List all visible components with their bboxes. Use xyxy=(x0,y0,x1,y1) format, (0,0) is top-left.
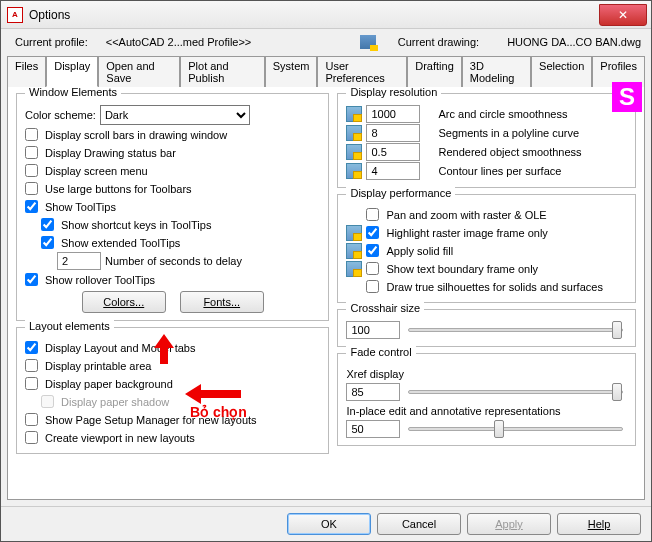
inplace-edit-slider[interactable] xyxy=(408,427,623,431)
checkbox-create-viewport[interactable] xyxy=(25,431,38,444)
tab-open-save[interactable]: Open and Save xyxy=(98,56,180,87)
window-title: Options xyxy=(29,8,70,22)
inplace-edit-input[interactable] xyxy=(346,420,400,438)
polyline-segments-input[interactable] xyxy=(366,124,420,142)
color-scheme-label: Color scheme: xyxy=(25,109,96,121)
label-rollover-tooltips: Show rollover ToolTips xyxy=(45,274,155,286)
tab-drafting[interactable]: Drafting xyxy=(407,56,462,87)
label-scrollbars: Display scroll bars in drawing window xyxy=(45,129,227,141)
arc-smoothness-input[interactable] xyxy=(366,105,420,123)
color-scheme-select[interactable]: Dark xyxy=(100,105,250,125)
checkbox-highlight-raster[interactable] xyxy=(366,226,379,239)
app-icon: A xyxy=(7,7,23,23)
label-extended-tooltips: Show extended ToolTips xyxy=(61,237,180,249)
layout-elements-legend: Layout elements xyxy=(25,320,114,332)
drawing-icon xyxy=(360,35,376,49)
contour-lines-input[interactable] xyxy=(366,162,420,180)
checkbox-page-setup-manager[interactable] xyxy=(25,413,38,426)
xref-display-input[interactable] xyxy=(346,383,400,401)
checkbox-paper-background[interactable] xyxy=(25,377,38,390)
label-arc-smoothness: Arc and circle smoothness xyxy=(438,108,567,120)
close-button[interactable]: ✕ xyxy=(599,4,647,26)
label-solid-fill: Apply solid fill xyxy=(386,245,453,257)
label-paper-shadow: Display paper shadow xyxy=(61,396,169,408)
crosshair-size-input[interactable] xyxy=(346,321,400,339)
crosshair-size-legend: Crosshair size xyxy=(346,302,424,314)
checkbox-largebuttons[interactable] xyxy=(25,182,38,195)
display-resolution-legend: Display resolution xyxy=(346,86,441,98)
current-profile-label: Current profile: xyxy=(15,36,88,48)
checkbox-solid-fill[interactable] xyxy=(366,244,379,257)
tab-selection[interactable]: Selection xyxy=(531,56,592,87)
fade-control-legend: Fade control xyxy=(346,346,415,358)
dwg-icon xyxy=(346,243,362,259)
dwg-icon xyxy=(346,225,362,241)
tab-system[interactable]: System xyxy=(265,56,318,87)
label-create-viewport: Create viewport in new layouts xyxy=(45,432,195,444)
checkbox-true-silhouettes[interactable] xyxy=(366,280,379,293)
xref-display-slider[interactable] xyxy=(408,390,623,394)
checkbox-paper-shadow xyxy=(41,395,54,408)
seconds-delay-input[interactable] xyxy=(57,252,101,270)
label-largebuttons: Use large buttons for Toolbars xyxy=(45,183,192,195)
checkbox-extended-tooltips[interactable] xyxy=(41,236,54,249)
window-elements-legend: Window Elements xyxy=(25,86,121,98)
checkbox-scrollbars[interactable] xyxy=(25,128,38,141)
current-drawing-label: Current drawing: xyxy=(398,36,479,48)
label-polyline-segments: Segments in a polyline curve xyxy=(438,127,579,139)
label-xref-display: Xref display xyxy=(346,368,403,380)
label-seconds-delay: Number of seconds to delay xyxy=(105,255,242,267)
rendered-smoothness-input[interactable] xyxy=(366,143,420,161)
label-printable-area: Display printable area xyxy=(45,360,151,372)
tab-user-pref[interactable]: User Preferences xyxy=(317,56,407,87)
ok-button[interactable]: OK xyxy=(287,513,371,535)
label-true-silhouettes: Draw true silhouettes for solids and sur… xyxy=(386,281,602,293)
label-contour-lines: Contour lines per surface xyxy=(438,165,561,177)
label-tooltips: Show ToolTips xyxy=(45,201,116,213)
fonts-button[interactable]: Fonts... xyxy=(180,291,264,313)
crosshair-size-slider[interactable] xyxy=(408,328,623,332)
apply-button[interactable]: Apply xyxy=(467,513,551,535)
colors-button[interactable]: Colors... xyxy=(82,291,166,313)
label-text-boundary: Show text boundary frame only xyxy=(386,263,538,275)
current-drawing-value: HUONG DA...CO BAN.dwg xyxy=(507,36,641,48)
label-rendered-smoothness: Rendered object smoothness xyxy=(438,146,581,158)
tab-3d-modeling[interactable]: 3D Modeling xyxy=(462,56,531,87)
display-performance-legend: Display performance xyxy=(346,187,455,199)
label-layout-model-tabs: Display Layout and Model tabs xyxy=(45,342,195,354)
tab-files[interactable]: Files xyxy=(7,56,46,87)
checkbox-shortcut-keys[interactable] xyxy=(41,218,54,231)
checkbox-tooltips[interactable] xyxy=(25,200,38,213)
current-profile-value: <<AutoCAD 2...med Profile>> xyxy=(106,36,252,48)
checkbox-layout-model-tabs[interactable] xyxy=(25,341,38,354)
label-inplace-edit: In-place edit and annotative representat… xyxy=(346,405,560,417)
label-screenmenu: Display screen menu xyxy=(45,165,148,177)
dwg-icon xyxy=(346,261,362,277)
dwg-icon xyxy=(346,144,362,160)
watermark-icon: S xyxy=(612,82,642,112)
checkbox-screenmenu[interactable] xyxy=(25,164,38,177)
dwg-icon xyxy=(346,106,362,122)
label-pan-zoom-raster: Pan and zoom with raster & OLE xyxy=(386,209,546,221)
tab-plot-publish[interactable]: Plot and Publish xyxy=(180,56,265,87)
cancel-button[interactable]: Cancel xyxy=(377,513,461,535)
checkbox-rollover-tooltips[interactable] xyxy=(25,273,38,286)
checkbox-text-boundary[interactable] xyxy=(366,262,379,275)
dwg-icon xyxy=(346,163,362,179)
checkbox-statusbar[interactable] xyxy=(25,146,38,159)
tab-display[interactable]: Display xyxy=(46,56,98,87)
label-page-setup-manager: Show Page Setup Manager for new layouts xyxy=(45,414,257,426)
label-highlight-raster: Highlight raster image frame only xyxy=(386,227,547,239)
checkbox-pan-zoom-raster[interactable] xyxy=(366,208,379,221)
label-paper-background: Display paper background xyxy=(45,378,173,390)
label-shortcut-keys: Show shortcut keys in ToolTips xyxy=(61,219,211,231)
dwg-icon xyxy=(346,125,362,141)
label-statusbar: Display Drawing status bar xyxy=(45,147,176,159)
help-button[interactable]: Help xyxy=(557,513,641,535)
checkbox-printable-area[interactable] xyxy=(25,359,38,372)
